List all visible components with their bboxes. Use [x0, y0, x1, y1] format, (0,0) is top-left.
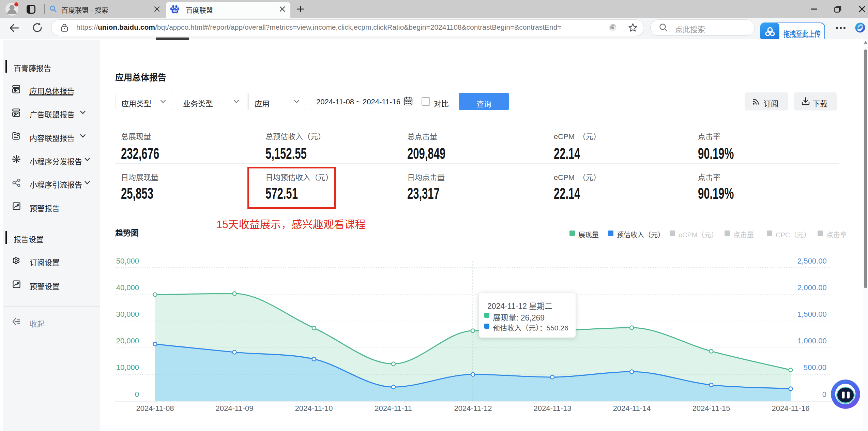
svg-text:du: du — [173, 9, 177, 13]
